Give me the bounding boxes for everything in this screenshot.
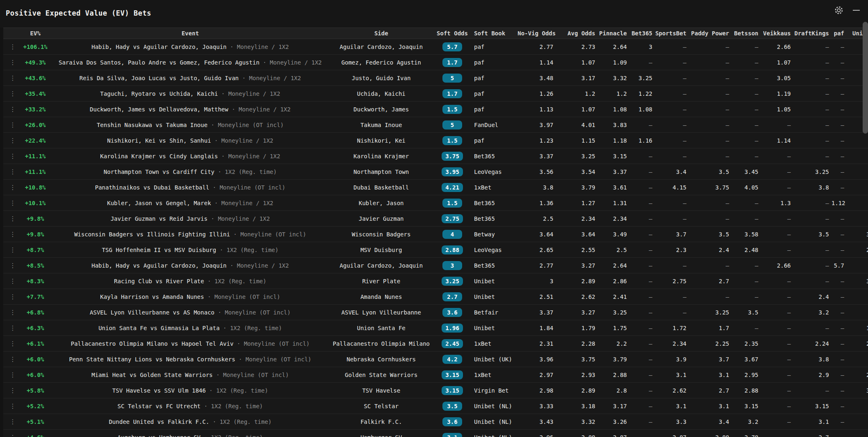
minimize-icon[interactable] — [853, 10, 860, 11]
kebab-icon[interactable]: ⋮ — [10, 231, 16, 238]
row-menu-icon[interactable]: ⋮ — [3, 153, 22, 160]
soft-odds-pill[interactable]: 2.88 — [442, 245, 463, 254]
row-menu-icon[interactable]: ⋮ — [3, 169, 22, 175]
kebab-icon[interactable]: ⋮ — [10, 168, 16, 176]
vertical-scrollbar-thumb[interactable] — [863, 22, 868, 134]
row-menu-icon[interactable]: ⋮ — [3, 59, 22, 66]
soft-odds-pill[interactable]: 4.21 — [442, 183, 463, 192]
row-menu-icon[interactable]: ⋮ — [3, 262, 22, 269]
row-menu-icon[interactable]: ⋮ — [3, 372, 22, 378]
kebab-icon[interactable]: ⋮ — [10, 293, 16, 301]
odds-pinnacle: 2.5 — [598, 247, 629, 253]
soft-odds-pill[interactable]: 4 — [442, 230, 462, 239]
kebab-icon[interactable]: ⋮ — [10, 153, 16, 160]
row-menu-icon[interactable]: ⋮ — [3, 387, 22, 394]
row-menu-icon[interactable]: ⋮ — [3, 294, 22, 300]
kebab-icon[interactable]: ⋮ — [10, 199, 16, 207]
soft-odds-pill[interactable]: 1.96 — [442, 324, 463, 333]
market-type: · Moneyline (OT incl) — [204, 294, 280, 300]
row-menu-icon[interactable]: ⋮ — [3, 419, 22, 425]
event-name: Saraiva Dos Santos, Paulo Andre vs Gomez… — [48, 59, 332, 66]
kebab-icon[interactable]: ⋮ — [10, 434, 16, 437]
kebab-icon[interactable]: ⋮ — [10, 215, 16, 222]
row-menu-icon[interactable]: ⋮ — [3, 356, 22, 363]
row-menu-icon[interactable]: ⋮ — [3, 434, 22, 437]
row-menu-icon[interactable]: ⋮ — [3, 403, 22, 409]
kebab-icon[interactable]: ⋮ — [10, 121, 16, 129]
soft-odds-pill[interactable]: 2.75 — [442, 214, 463, 223]
row-menu-icon[interactable]: ⋮ — [3, 325, 22, 331]
row-menu-icon[interactable]: ⋮ — [3, 278, 22, 284]
soft-odds-pill[interactable]: 3.25 — [442, 277, 463, 286]
odds-betsson: 3.45 — [732, 169, 761, 175]
soft-odds-pill[interactable]: 3.75 — [442, 152, 463, 161]
side-name: Dubai Basketball — [332, 184, 431, 191]
row-menu-icon[interactable]: ⋮ — [3, 309, 22, 316]
row-menu-icon[interactable]: ⋮ — [3, 90, 22, 97]
soft-odds-pill[interactable]: 3.95 — [442, 167, 463, 176]
soft-odds-pill[interactable]: 3.6 — [442, 308, 462, 317]
soft-odds-pill[interactable]: 3.15 — [442, 386, 463, 395]
row-menu-icon[interactable]: ⋮ — [3, 231, 22, 238]
soft-odds-pill[interactable]: 3.5 — [442, 402, 462, 411]
soft-odds-pill[interactable]: 3.15 — [442, 370, 463, 379]
row-menu-icon[interactable]: ⋮ — [3, 215, 22, 222]
row-menu-icon[interactable]: ⋮ — [3, 106, 22, 113]
row-menu-icon[interactable]: ⋮ — [3, 75, 22, 81]
row-menu-icon[interactable]: ⋮ — [3, 340, 22, 347]
kebab-icon[interactable]: ⋮ — [10, 402, 16, 410]
kebab-icon[interactable]: ⋮ — [10, 387, 16, 394]
kebab-icon[interactable]: ⋮ — [10, 340, 16, 347]
side-name: Hamburger SV — [332, 434, 431, 437]
odds-betsson: – — [732, 122, 761, 128]
market-type: · Moneyline (OT incl) — [230, 231, 306, 238]
kebab-icon[interactable]: ⋮ — [10, 324, 16, 332]
soft-odds-pill[interactable]: 3 — [442, 261, 462, 270]
soft-odds-pill[interactable]: 5 — [442, 74, 462, 83]
soft-odds-pill[interactable]: 2.7 — [442, 292, 462, 301]
soft-odds-pill[interactable]: 1.5 — [442, 199, 462, 208]
soft-odds-pill[interactable]: 3.1 — [442, 433, 462, 437]
kebab-icon[interactable]: ⋮ — [10, 74, 16, 82]
odds-draftkings: 2.7 — [793, 434, 831, 437]
row-menu-icon[interactable]: ⋮ — [3, 184, 22, 191]
soft-odds-pill[interactable]: 4.2 — [442, 355, 462, 364]
kebab-icon[interactable]: ⋮ — [10, 90, 16, 97]
kebab-icon[interactable]: ⋮ — [10, 418, 16, 425]
kebab-icon[interactable]: ⋮ — [10, 356, 16, 363]
kebab-icon[interactable]: ⋮ — [10, 246, 16, 254]
row-menu-icon[interactable]: ⋮ — [3, 44, 22, 50]
row-menu-icon[interactable]: ⋮ — [3, 200, 22, 206]
row-menu-icon[interactable]: ⋮ — [3, 122, 22, 128]
column-header-draftkings: DraftKings — [793, 30, 831, 37]
kebab-icon[interactable]: ⋮ — [10, 137, 16, 144]
odds-unibet: 2 — [847, 340, 868, 347]
odds-paddypower: – — [689, 59, 732, 66]
odds-pinnacle: 1.18 — [598, 137, 629, 144]
odds-pinnacle: 2.88 — [598, 372, 629, 378]
gear-icon[interactable] — [834, 5, 844, 15]
kebab-icon[interactable]: ⋮ — [10, 184, 16, 191]
kebab-icon[interactable]: ⋮ — [10, 309, 16, 316]
soft-odds-pill[interactable]: 1.5 — [442, 136, 462, 145]
soft-odds-pill[interactable]: 2.45 — [442, 339, 463, 348]
odds-avg: 1.15 — [556, 137, 598, 144]
kebab-icon[interactable]: ⋮ — [10, 277, 16, 285]
kebab-icon[interactable]: ⋮ — [10, 43, 16, 51]
odds-unibet: 2 — [847, 247, 868, 253]
odds-pinnacle: 2.41 — [598, 294, 629, 300]
soft-odds-pill[interactable]: 1.5 — [442, 105, 462, 114]
soft-odds-pill[interactable]: 5 — [442, 120, 462, 129]
event-name: Miami Heat vs Golden State Warriors · Mo… — [48, 372, 332, 378]
kebab-icon[interactable]: ⋮ — [10, 59, 16, 66]
kebab-icon[interactable]: ⋮ — [10, 106, 16, 113]
soft-odds-pill[interactable]: 1.7 — [442, 58, 462, 67]
row-menu-icon[interactable]: ⋮ — [3, 247, 22, 253]
kebab-icon[interactable]: ⋮ — [10, 371, 16, 379]
soft-odds-pill[interactable]: 3.6 — [442, 417, 462, 426]
event-name: SC Telstar vs FC Utrecht · 1X2 (Reg. tim… — [48, 403, 332, 409]
soft-odds-pill[interactable]: 5.7 — [442, 42, 462, 51]
soft-odds-pill[interactable]: 1.7 — [442, 89, 462, 98]
kebab-icon[interactable]: ⋮ — [10, 262, 16, 269]
row-menu-icon[interactable]: ⋮ — [3, 137, 22, 144]
